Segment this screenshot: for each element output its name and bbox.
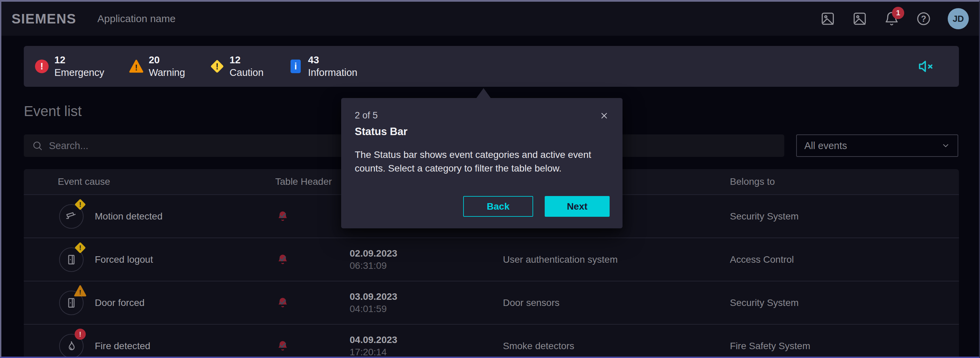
warning-badge-icon: ! <box>73 284 87 298</box>
table-row[interactable]: ! Forced logout 02.09.2023 06:31:09 User… <box>24 238 959 281</box>
event-name: Fire detected <box>95 324 150 358</box>
svg-text:!: ! <box>79 244 81 251</box>
column-header-belongs-to: Belongs to <box>730 169 775 194</box>
svg-text:!: ! <box>79 330 81 338</box>
event-name: Forced logout <box>95 238 153 281</box>
svg-text:!: ! <box>40 61 43 72</box>
image-button-1[interactable] <box>820 11 835 27</box>
svg-text:!: ! <box>215 62 218 71</box>
column-header-event-cause: Event cause <box>58 169 110 194</box>
header-actions: 1 ? JD <box>820 8 969 29</box>
svg-text:!: ! <box>79 201 81 208</box>
svg-text:?: ? <box>921 14 926 24</box>
tour-popup: 2 of 5 Status Bar The Status bar shows e… <box>341 98 622 229</box>
app-window: SIEMENS Application name 1 <box>0 0 980 358</box>
event-belongs-to: Security System <box>730 195 799 238</box>
help-icon: ? <box>916 11 931 27</box>
event-source: User authentication system <box>503 238 618 281</box>
events-filter-dropdown[interactable]: All events <box>796 134 958 157</box>
column-header-table-header: Table Header <box>275 169 332 194</box>
search-icon <box>32 140 43 151</box>
door-icon <box>65 253 78 266</box>
event-belongs-to: Access Control <box>730 238 794 281</box>
table-row[interactable]: ! Fire detected 04.09.2023 17:20:14 Smok… <box>24 324 959 358</box>
tour-title: Status Bar <box>355 126 609 138</box>
help-button[interactable]: ? <box>916 11 931 27</box>
notification-badge: 1 <box>892 7 904 19</box>
event-belongs-to: Fire Safety System <box>730 324 810 358</box>
event-source: Door sensors <box>503 281 560 324</box>
caution-label: Caution <box>230 66 264 79</box>
user-avatar[interactable]: JD <box>948 8 969 29</box>
tour-step-counter: 2 of 5 <box>355 110 378 121</box>
caution-badge-icon: ! <box>73 241 87 254</box>
caution-badge-icon: ! <box>73 198 87 211</box>
volume-muted-icon <box>918 58 934 75</box>
event-name: Door forced <box>95 281 145 324</box>
notifications-button[interactable]: 1 <box>884 11 899 27</box>
security-camera-icon <box>65 210 78 223</box>
svg-text:!: ! <box>79 289 81 296</box>
event-date: 03.09.2023 <box>350 291 397 303</box>
back-button[interactable]: Back <box>463 196 533 217</box>
status-bar: ! 12 Emergency ! 20 Warning ! 12 <box>24 46 959 87</box>
event-time: 04:01:59 <box>350 303 397 315</box>
emergency-icon: ! <box>34 59 49 74</box>
svg-text:!: ! <box>135 63 138 72</box>
caution-count: 12 <box>230 54 264 66</box>
events-filter-value: All events <box>804 140 847 152</box>
tour-popup-arrow <box>476 88 491 98</box>
event-date: 04.09.2023 <box>350 334 397 346</box>
warning-icon: ! <box>129 59 144 74</box>
information-label: Information <box>308 66 358 79</box>
close-icon <box>600 111 609 120</box>
alarm-acknowledged-icon <box>276 296 290 310</box>
image-button-2[interactable] <box>852 11 867 27</box>
alarm-acknowledged-icon <box>276 339 290 353</box>
app-name: Application name <box>97 13 176 24</box>
status-item-information[interactable]: i 43 Information <box>288 54 358 79</box>
status-item-warning[interactable]: ! 20 Warning <box>129 54 185 79</box>
status-item-emergency[interactable]: ! 12 Emergency <box>34 54 104 79</box>
warning-count: 20 <box>149 54 185 66</box>
svg-text:i: i <box>294 61 297 72</box>
event-name: Motion detected <box>95 195 162 238</box>
tour-body-text: The Status bar shows event categories an… <box>355 148 612 175</box>
image-icon <box>852 11 867 27</box>
door-icon <box>65 296 78 309</box>
information-icon: i <box>288 59 303 74</box>
status-item-caution[interactable]: ! 12 Caution <box>210 54 264 79</box>
caution-icon: ! <box>210 59 224 74</box>
information-count: 43 <box>308 54 358 66</box>
page-title: Event list <box>24 103 81 120</box>
flame-icon <box>65 340 78 353</box>
event-time: 06:31:09 <box>350 260 397 272</box>
event-date: 02.09.2023 <box>350 248 397 260</box>
emergency-badge-icon: ! <box>73 328 87 341</box>
image-icon <box>820 11 835 27</box>
alarm-acknowledged-icon <box>276 253 290 267</box>
emergency-count: 12 <box>54 54 104 66</box>
mute-events-button[interactable] <box>918 58 934 75</box>
event-time: 17:20:14 <box>350 346 397 358</box>
close-button[interactable] <box>600 111 609 120</box>
event-belongs-to: Security System <box>730 281 799 324</box>
app-header: SIEMENS Application name 1 <box>2 2 979 36</box>
emergency-label: Emergency <box>54 66 104 79</box>
warning-label: Warning <box>149 66 185 79</box>
alarm-acknowledged-icon <box>276 209 290 223</box>
next-button[interactable]: Next <box>545 196 609 217</box>
siemens-logo: SIEMENS <box>11 11 76 27</box>
event-source: Smoke detectors <box>503 324 574 358</box>
table-row[interactable]: ! Door forced 03.09.2023 04:01:59 Door s… <box>24 281 959 324</box>
chevron-down-icon <box>941 141 950 150</box>
